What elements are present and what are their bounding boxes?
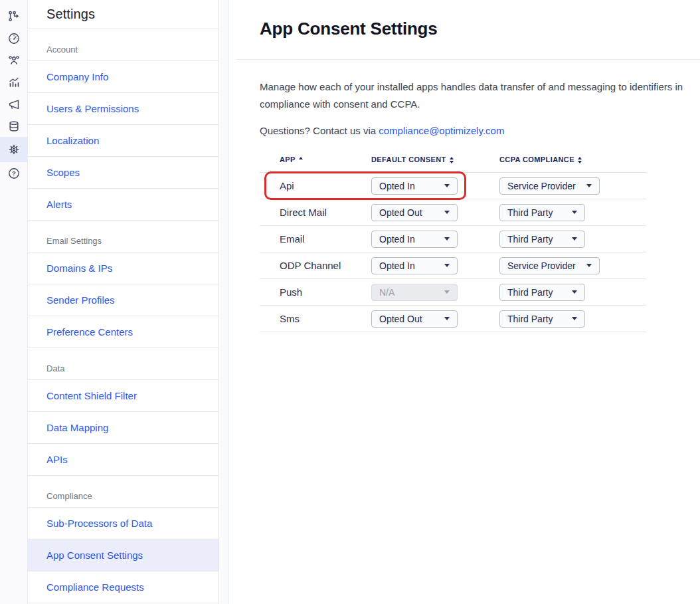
chevron-down-icon bbox=[444, 317, 450, 320]
ccpa-compliance-dropdown[interactable]: Service Provider bbox=[499, 257, 600, 274]
sidebar-item-sub-processors-of-data[interactable]: Sub-Processors of Data bbox=[28, 508, 219, 540]
column-header-label: DEFAULT CONSENT bbox=[371, 155, 446, 163]
sidebar-item-data-mapping[interactable]: Data Mapping bbox=[28, 412, 219, 444]
dropdown-value: Third Party bbox=[507, 287, 553, 298]
help-icon[interactable]: ? bbox=[0, 162, 28, 184]
sidebar-item-domains-ips[interactable]: Domains & IPs bbox=[28, 252, 219, 284]
sidebar-item-label[interactable]: Alerts bbox=[46, 199, 72, 210]
gauge-dashboard-icon[interactable] bbox=[0, 27, 28, 49]
title-divider bbox=[236, 59, 700, 60]
sidebar-item-label[interactable]: Users & Permissions bbox=[46, 103, 139, 114]
sidebar-item-label[interactable]: Domains & IPs bbox=[46, 262, 112, 274]
default-consent-dropdown: N/A bbox=[371, 284, 458, 301]
ccpa-compliance-dropdown[interactable]: Third Party bbox=[499, 284, 585, 301]
sidebar-section-label: Data bbox=[28, 348, 219, 380]
ccpa-compliance-dropdown[interactable]: Third Party bbox=[499, 204, 585, 221]
dropdown-value: Service Provider bbox=[507, 260, 576, 271]
chevron-down-icon bbox=[572, 290, 577, 294]
sidebar-item-label[interactable]: APIs bbox=[46, 454, 68, 465]
sort-icon bbox=[450, 157, 454, 163]
icon-rail: ? bbox=[0, 0, 28, 604]
dropdown-value: Opted Out bbox=[379, 207, 422, 218]
chevron-down-icon bbox=[572, 317, 577, 320]
ccpa-compliance-dropdown[interactable]: Third Party bbox=[499, 231, 585, 248]
sidebar-nav-list: Account Company Info Users & Permissions… bbox=[28, 29, 219, 603]
sidebar-item-content-shield-filter[interactable]: Content Shield Filter bbox=[28, 380, 219, 412]
sidebar-section-label: Account bbox=[28, 29, 219, 61]
dropdown-value: Third Party bbox=[507, 207, 553, 218]
table-row: Email Opted In Third Party bbox=[260, 226, 646, 252]
sidebar-item-users-permissions[interactable]: Users & Permissions bbox=[28, 93, 219, 125]
dropdown-value: Opted In bbox=[379, 260, 415, 271]
column-header[interactable]: DEFAULT CONSENT bbox=[371, 155, 499, 172]
sidebar-item-label[interactable]: Sender Profiles bbox=[46, 294, 115, 306]
chevron-down-icon bbox=[586, 184, 592, 187]
sidebar-item-company-info[interactable]: Company Info bbox=[28, 61, 219, 93]
contact-line: Questions? Contact us via compliance@opt… bbox=[260, 122, 700, 140]
sidebar-item-label[interactable]: Compliance Requests bbox=[46, 581, 144, 593]
sidebar-item-compliance-requests[interactable]: Compliance Requests bbox=[28, 571, 219, 603]
sidebar-item-label[interactable]: Preference Centers bbox=[46, 326, 133, 338]
page-description: Manage how each of your installed apps h… bbox=[260, 78, 693, 113]
chevron-down-icon bbox=[444, 237, 450, 241]
app-name: Direct Mail bbox=[260, 207, 371, 218]
dropdown-value: Third Party bbox=[507, 234, 553, 245]
table-header-row: APP DEFAULT CONSENT CCPA COMPLIANCE bbox=[260, 155, 646, 173]
ccpa-compliance-dropdown[interactable]: Third Party bbox=[499, 310, 585, 328]
dropdown-value: Opted In bbox=[379, 181, 415, 191]
ccpa-compliance-dropdown[interactable]: Service Provider bbox=[499, 177, 600, 195]
page-title: App Consent Settings bbox=[260, 17, 700, 40]
sidebar-item-label[interactable]: Scopes bbox=[46, 167, 80, 178]
default-consent-dropdown[interactable]: Opted In bbox=[371, 177, 458, 195]
journey-flow-icon[interactable] bbox=[0, 5, 28, 27]
sidebar-item-localization[interactable]: Localization bbox=[28, 125, 219, 157]
default-consent-dropdown[interactable]: Opted In bbox=[371, 257, 458, 274]
dropdown-value: N/A bbox=[379, 287, 394, 298]
campaigns-megaphone-icon[interactable] bbox=[0, 93, 28, 115]
sidebar-item-label[interactable]: App Consent Settings bbox=[46, 550, 143, 561]
settings-gear-icon[interactable] bbox=[0, 137, 28, 162]
sidebar-item-label[interactable]: Localization bbox=[46, 135, 99, 146]
table-row: Sms Opted Out Third Party bbox=[260, 306, 646, 332]
sidebar-item-label[interactable]: Sub-Processors of Data bbox=[46, 518, 152, 529]
table-row: Direct Mail Opted Out Third Party bbox=[260, 199, 646, 226]
sidebar-item-label[interactable]: Data Mapping bbox=[46, 422, 108, 433]
column-header[interactable]: CCPA COMPLIANCE bbox=[499, 155, 646, 172]
sidebar-section-label: Compliance bbox=[28, 476, 219, 508]
sidebar-item-preference-centers[interactable]: Preference Centers bbox=[28, 316, 219, 348]
column-header[interactable]: APP bbox=[260, 155, 371, 172]
settings-sidebar: Settings Account Company Info Users & Pe… bbox=[28, 0, 219, 604]
sidebar-item-app-consent-settings[interactable]: App Consent Settings bbox=[28, 540, 219, 571]
data-database-icon[interactable] bbox=[0, 115, 28, 137]
sidebar-title: Settings bbox=[28, 0, 219, 29]
default-consent-dropdown[interactable]: Opted Out bbox=[371, 204, 458, 221]
default-consent-dropdown[interactable]: Opted Out bbox=[371, 310, 458, 328]
column-header-label: CCPA COMPLIANCE bbox=[499, 155, 574, 163]
audience-icon[interactable] bbox=[0, 49, 28, 71]
sidebar-item-alerts[interactable]: Alerts bbox=[28, 189, 219, 221]
sidebar-item-label[interactable]: Company Info bbox=[46, 71, 108, 82]
app-name: Api bbox=[260, 180, 371, 191]
app-name: Sms bbox=[260, 313, 371, 324]
sidebar-item-label[interactable]: Content Shield Filter bbox=[46, 390, 137, 401]
sidebar-item-sender-profiles[interactable]: Sender Profiles bbox=[28, 284, 219, 316]
sidebar-item-apis[interactable]: APIs bbox=[28, 444, 219, 476]
chevron-down-icon bbox=[444, 184, 450, 187]
sidebar-item-scopes[interactable]: Scopes bbox=[28, 157, 219, 189]
table-row: Api Opted In Service Provider bbox=[260, 173, 646, 199]
app-name: Push bbox=[260, 286, 371, 298]
compliance-email-link[interactable]: compliance@optimizely.com bbox=[379, 125, 504, 136]
dropdown-value: Opted Out bbox=[379, 314, 422, 324]
chevron-down-icon bbox=[572, 237, 577, 241]
table-row: ODP Channel Opted In Service Provider bbox=[260, 252, 646, 279]
chevron-down-icon bbox=[572, 211, 577, 214]
chevron-down-icon bbox=[444, 264, 450, 267]
dropdown-value: Service Provider bbox=[507, 181, 576, 191]
sort-icon bbox=[299, 157, 303, 159]
chevron-down-icon bbox=[444, 290, 450, 294]
table-row: Push N/A Third Party bbox=[260, 279, 646, 306]
main-content: App Consent Settings Manage how each of … bbox=[229, 0, 700, 604]
table-body: Api Opted In Service Provider Direct Mai… bbox=[260, 173, 646, 332]
default-consent-dropdown[interactable]: Opted In bbox=[371, 231, 458, 248]
analytics-chart-icon[interactable] bbox=[0, 71, 28, 93]
